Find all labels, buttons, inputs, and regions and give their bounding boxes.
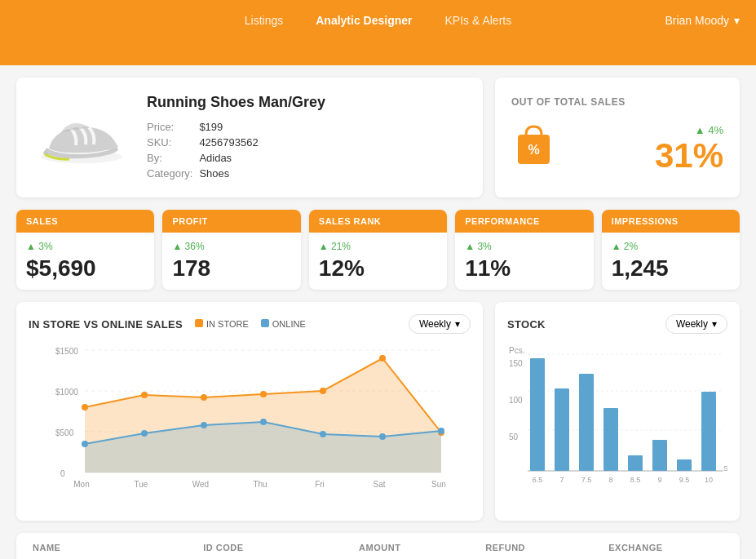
user-menu[interactable]: Brian Moody ▾	[665, 14, 740, 27]
stat-sales-rank-body: ▲ 21% 12%	[309, 233, 447, 290]
svg-point-14	[201, 394, 207, 401]
stat-impressions-body: ▲ 2% 1,245	[602, 233, 740, 290]
stat-sales-rank: SALES RANK ▲ 21% 12%	[309, 210, 447, 290]
svg-text:9.5: 9.5	[679, 476, 690, 484]
in-store-chart-title: IN STORE VS ONLINE SALES	[29, 318, 183, 331]
stat-performance-header: PERFORMANCE	[455, 210, 593, 233]
svg-point-15	[260, 391, 267, 397]
legend-blue-dot	[261, 319, 269, 327]
svg-point-16	[320, 388, 326, 394]
legend-in-store: IN STORE	[195, 319, 249, 329]
nav-listings[interactable]: Listings	[245, 14, 283, 27]
category-label: Category:	[147, 166, 199, 181]
svg-point-12	[82, 404, 88, 410]
stock-bar-chart-svg: Pcs. 150 100 50	[507, 342, 727, 505]
stat-impressions-value: 1,245	[612, 255, 730, 282]
svg-point-26	[438, 428, 444, 434]
stock-weekly-dropdown[interactable]: Weekly ▾	[665, 314, 727, 334]
svg-text:Size: Size	[723, 464, 727, 472]
legend-orange-dot	[195, 319, 203, 327]
table-header: NAME ID CODE AMOUNT REFUND EXCHANGE	[16, 533, 740, 559]
svg-text:100: 100	[509, 396, 523, 405]
stock-chart-title: STOCK	[507, 318, 546, 331]
stock-chart-header: STOCK Weekly ▾	[507, 314, 727, 334]
svg-rect-47	[652, 440, 667, 471]
main-content: Running Shoes Man/Grey Price: $199 SKU: …	[0, 65, 756, 559]
stat-performance-body: ▲ 3% 11%	[455, 233, 593, 290]
svg-text:Mon: Mon	[73, 480, 89, 489]
total-sales-card: OUT OF TOTAL SALES % ▲ 4% 31%	[495, 78, 740, 197]
legend-online: ONLINE	[261, 319, 306, 329]
stat-sales-body: ▲ 3% $5,690	[16, 233, 154, 290]
svg-text:9: 9	[657, 476, 661, 484]
price-value: $199	[199, 119, 264, 135]
svg-text:6.5: 6.5	[533, 476, 543, 484]
stat-performance-value: 11%	[465, 255, 583, 282]
nav-kpis-alerts[interactable]: KPIs & Alerts	[445, 14, 512, 27]
total-sales-content: % ▲ 4% 31%	[511, 120, 723, 179]
orange-accent-bar	[0, 41, 756, 65]
stat-sales-rank-value: 12%	[319, 255, 437, 282]
col-name: NAME	[16, 533, 187, 559]
stat-profit-change: ▲ 36%	[172, 241, 290, 252]
table-header-row: NAME ID CODE AMOUNT REFUND EXCHANGE	[16, 533, 740, 559]
in-store-chart-header: IN STORE VS ONLINE SALES IN STORE ONLINE…	[29, 314, 471, 334]
stat-performance: PERFORMANCE ▲ 3% 11%	[455, 210, 593, 290]
svg-text:$1000: $1000	[55, 388, 78, 397]
svg-text:7: 7	[559, 476, 564, 484]
price-label: Price:	[147, 119, 199, 135]
top-row: Running Shoes Man/Grey Price: $199 SKU: …	[16, 78, 740, 197]
stock-chart-card: STOCK Weekly ▾ Pcs. 150 100 50	[495, 302, 740, 521]
svg-point-17	[379, 355, 386, 362]
svg-text:0: 0	[60, 469, 65, 478]
main-nav: Listings Analytic Designer KPIs & Alerts	[245, 14, 511, 27]
svg-text:Tue: Tue	[135, 480, 148, 489]
svg-rect-49	[701, 392, 716, 471]
svg-rect-48	[677, 459, 692, 471]
shoe-illustration	[37, 109, 126, 166]
total-sales-percent: 31%	[655, 136, 723, 175]
svg-text:10: 10	[705, 476, 713, 484]
svg-text:150: 150	[509, 359, 523, 368]
line-chart-svg: $1500 $1000 $500 0	[29, 342, 471, 505]
product-info: Running Shoes Man/Grey Price: $199 SKU: …	[147, 94, 325, 181]
product-image	[33, 105, 130, 171]
user-name: Brian Moody	[665, 14, 729, 27]
stat-profit-header: PROFIT	[162, 210, 300, 233]
svg-point-23	[260, 419, 267, 425]
chevron-down-icon: ▾	[455, 318, 460, 330]
stat-profit-body: ▲ 36% 178	[162, 233, 300, 290]
stat-profit: PROFIT ▲ 36% 178	[162, 210, 300, 290]
col-id-code: ID CODE	[187, 533, 343, 559]
chevron-down-icon: ▾	[712, 318, 717, 330]
stats-row: SALES ▲ 3% $5,690 PROFIT ▲ 36% 178 SALES…	[16, 210, 740, 290]
svg-text:8: 8	[608, 476, 612, 484]
svg-text:50: 50	[509, 433, 519, 441]
stat-sales-rank-change: ▲ 21%	[319, 241, 437, 252]
svg-text:Pcs.: Pcs.	[509, 346, 524, 355]
col-exchange: EXCHANGE	[592, 533, 740, 559]
svg-text:$1500: $1500	[55, 347, 78, 356]
stat-sales-header: SALES	[16, 210, 154, 233]
in-store-weekly-dropdown[interactable]: Weekly ▾	[409, 314, 471, 334]
product-card: Running Shoes Man/Grey Price: $199 SKU: …	[16, 78, 483, 197]
category-value: Shoes	[199, 166, 264, 181]
svg-text:$500: $500	[55, 428, 74, 437]
svg-text:Wed: Wed	[192, 480, 209, 489]
chevron-down-icon: ▾	[734, 14, 740, 27]
transactions-table: NAME ID CODE AMOUNT REFUND EXCHANGE ITEM…	[16, 533, 740, 559]
in-store-chart-card: IN STORE VS ONLINE SALES IN STORE ONLINE…	[16, 302, 483, 521]
total-sales-label: OUT OF TOTAL SALES	[511, 96, 723, 108]
svg-text:7.5: 7.5	[581, 476, 592, 484]
chart-legend: IN STORE ONLINE	[195, 319, 306, 329]
stat-performance-change: ▲ 3%	[465, 241, 583, 252]
svg-text:Thu: Thu	[253, 480, 267, 489]
svg-text:8.5: 8.5	[630, 476, 641, 484]
svg-rect-44	[579, 374, 594, 471]
sku-value: 4256793562	[199, 135, 264, 150]
svg-point-21	[141, 430, 148, 437]
nav-analytic-designer[interactable]: Analytic Designer	[316, 14, 412, 27]
svg-point-13	[141, 392, 148, 398]
product-name: Running Shoes Man/Grey	[147, 94, 325, 111]
stat-profit-value: 178	[172, 255, 290, 282]
